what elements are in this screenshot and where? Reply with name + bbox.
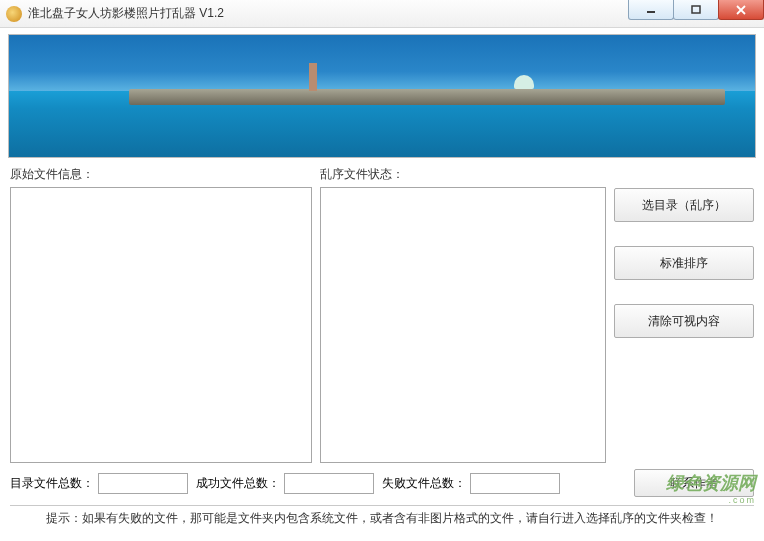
- window-title: 淮北盘子女人坊影楼照片打乱器 V1.2: [28, 5, 224, 22]
- window-controls: [629, 0, 764, 20]
- maximize-button[interactable]: [673, 0, 719, 20]
- svg-rect-1: [692, 6, 700, 13]
- hint-text: 如果有失败的文件，那可能是文件夹内包含系统文件，或者含有非图片格式的文件，请自行…: [82, 511, 718, 525]
- standard-sort-button[interactable]: 标准排序: [614, 246, 754, 280]
- counts-row: 目录文件总数： 成功文件总数： 失败文件总数： 联系作者: [0, 463, 764, 501]
- hint-bar: 提示：如果有失败的文件，那可能是文件夹内包含系统文件，或者含有非图片格式的文件，…: [10, 505, 754, 527]
- clear-visible-button[interactable]: 清除可视内容: [614, 304, 754, 338]
- success-total-input[interactable]: [284, 473, 374, 494]
- fail-total-label: 失败文件总数：: [382, 475, 466, 492]
- banner-image: [8, 34, 756, 158]
- dir-total-input[interactable]: [98, 473, 188, 494]
- original-info-textarea[interactable]: [10, 187, 312, 463]
- minimize-button[interactable]: [628, 0, 674, 20]
- success-total-label: 成功文件总数：: [196, 475, 280, 492]
- shuffled-status-textarea[interactable]: [320, 187, 606, 463]
- contact-author-button[interactable]: 联系作者: [634, 469, 754, 497]
- shuffled-status-label: 乱序文件状态：: [320, 166, 606, 184]
- app-icon: [6, 6, 22, 22]
- dir-total-label: 目录文件总数：: [10, 475, 94, 492]
- hint-prefix: 提示：: [46, 511, 82, 525]
- original-info-label: 原始文件信息：: [10, 166, 312, 184]
- fail-total-input[interactable]: [470, 473, 560, 494]
- titlebar: 淮北盘子女人坊影楼照片打乱器 V1.2: [0, 0, 764, 28]
- close-button[interactable]: [718, 0, 764, 20]
- main-content: 原始文件信息： 乱序文件状态： 选目录（乱序） 标准排序 清除可视内容: [0, 162, 764, 463]
- select-dir-button[interactable]: 选目录（乱序）: [614, 188, 754, 222]
